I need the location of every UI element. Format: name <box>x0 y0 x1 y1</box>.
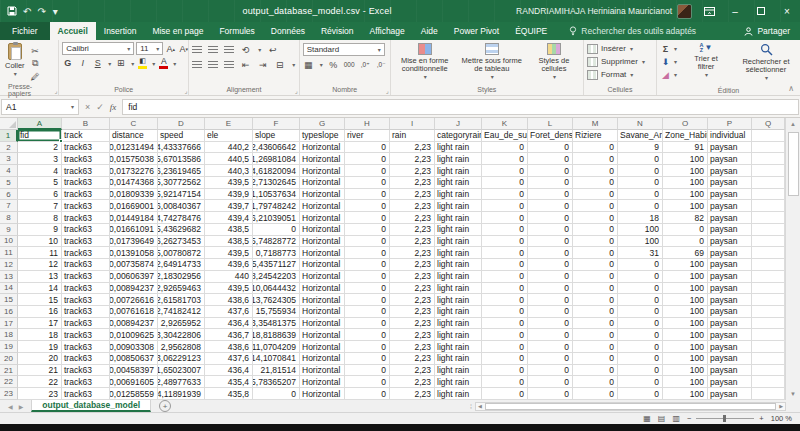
cell-Q10[interactable] <box>752 236 785 248</box>
cell-C4[interactable]: 0,01732276 <box>110 165 158 177</box>
format-as-table-button[interactable]: Mettre sous forme de tableau ▾ <box>459 42 525 82</box>
cell-O8[interactable]: 82 <box>663 212 708 224</box>
splitter-handle[interactable]: ⁞ <box>470 403 473 410</box>
cell-F3[interactable]: 1,26981084 <box>253 153 300 165</box>
cell-B5[interactable]: track63 <box>62 177 110 189</box>
cell-P6[interactable]: paysan <box>708 189 752 201</box>
cell-A21[interactable]: 21 <box>18 365 62 377</box>
cell-K2[interactable]: 0 <box>482 142 528 154</box>
cell-K11[interactable]: 0 <box>482 247 528 259</box>
cell-A6[interactable]: 6 <box>18 189 62 201</box>
cell-K7[interactable]: 0 <box>482 200 528 212</box>
cell-H11[interactable]: 0 <box>345 247 390 259</box>
cell-P20[interactable]: paysan <box>708 353 752 365</box>
cell-C21[interactable]: 0,00458397 <box>110 365 158 377</box>
cell-A3[interactable]: 3 <box>18 153 62 165</box>
cell-A16[interactable]: 16 <box>18 306 62 318</box>
cell-M2[interactable]: 0 <box>573 142 618 154</box>
vertical-scrollbar[interactable]: ▲ ▼ <box>785 118 800 400</box>
cell-I1[interactable]: rain <box>390 130 435 142</box>
zoom-in-icon[interactable]: + <box>759 414 763 423</box>
cell-D23[interactable]: 4,11891939 <box>158 388 205 400</box>
new-sheet-icon[interactable]: + <box>159 400 171 412</box>
cell-H17[interactable]: 0 <box>345 318 390 330</box>
cell-H2[interactable]: 0 <box>345 142 390 154</box>
cell-L11[interactable]: 0 <box>528 247 573 259</box>
cell-Q14[interactable] <box>752 283 785 295</box>
increase-font-icon[interactable]: A▴ <box>165 43 176 54</box>
row-number-1[interactable]: 1 <box>0 130 18 142</box>
align-right-icon[interactable] <box>224 61 234 69</box>
cell-A7[interactable]: 7 <box>18 200 62 212</box>
cell-P11[interactable]: paysan <box>708 247 752 259</box>
ribbon-tab-données[interactable]: Données <box>263 22 313 40</box>
insert-cells-button[interactable]: Insérer▾ <box>587 42 633 55</box>
clear-icon[interactable]: ◢ <box>660 69 671 80</box>
cell-Q7[interactable] <box>752 200 785 212</box>
column-header-M[interactable]: M <box>573 118 618 130</box>
cell-J22[interactable]: light rain <box>435 376 482 388</box>
cell-I21[interactable]: 2,23 <box>390 365 435 377</box>
cell-C12[interactable]: 0,00735874 <box>110 259 158 271</box>
cell-C6[interactable]: 0,01809339 <box>110 189 158 201</box>
cell-C18[interactable]: 0,01009625 <box>110 329 158 341</box>
cell-J10[interactable]: light rain <box>435 236 482 248</box>
fill-handle[interactable] <box>59 139 63 143</box>
cell-H9[interactable]: 0 <box>345 224 390 236</box>
cell-M8[interactable]: 0 <box>573 212 618 224</box>
cell-E15[interactable]: 438,6 <box>205 294 253 306</box>
tell-me-search[interactable]: Rechercher des outils adaptés <box>569 22 696 40</box>
cell-I7[interactable]: 2,23 <box>390 200 435 212</box>
cell-A23[interactable]: 23 <box>18 388 62 400</box>
alignment-dialog-launcher-icon[interactable]: ⌟ <box>295 87 298 94</box>
increase-indent-icon[interactable]: ⇥ <box>257 59 268 70</box>
cell-G2[interactable]: Horizontal <box>300 142 345 154</box>
cell-L1[interactable]: Foret_dense <box>528 130 573 142</box>
fill-icon[interactable]: ⬇ <box>660 56 671 67</box>
cell-M12[interactable]: 0 <box>573 259 618 271</box>
borders-icon[interactable]: ⊞ <box>115 58 126 69</box>
cell-I23[interactable]: 2,23 <box>390 388 435 400</box>
cell-F17[interactable]: 3,35481375 <box>253 318 300 330</box>
cell-F18[interactable]: 18,8188639 <box>253 329 300 341</box>
cell-H23[interactable]: 0 <box>345 388 390 400</box>
cell-L13[interactable]: 0 <box>528 271 573 283</box>
cell-D5[interactable]: 5,30772562 <box>158 177 205 189</box>
cell-O19[interactable]: 100 <box>663 341 708 353</box>
row-number-22[interactable]: 22 <box>0 376 18 388</box>
cell-H16[interactable]: 0 <box>345 306 390 318</box>
cell-N23[interactable]: 0 <box>618 388 663 400</box>
cell-P7[interactable]: paysan <box>708 200 752 212</box>
cell-I22[interactable]: 2,23 <box>390 376 435 388</box>
cell-K15[interactable]: 0 <box>482 294 528 306</box>
cell-D19[interactable]: 2,9562808 <box>158 341 205 353</box>
sort-filter-button[interactable]: AZ▼ Trier et filtrer ▾ <box>683 42 729 80</box>
row-number-10[interactable]: 10 <box>0 236 18 248</box>
cell-O13[interactable]: 100 <box>663 271 708 283</box>
cell-B7[interactable]: track63 <box>62 200 110 212</box>
cell-K19[interactable]: 0 <box>482 341 528 353</box>
cell-B17[interactable]: track63 <box>62 318 110 330</box>
cell-D1[interactable]: speed <box>158 130 205 142</box>
cell-I16[interactable]: 2,23 <box>390 306 435 318</box>
column-header-K[interactable]: K <box>482 118 528 130</box>
cell-A2[interactable]: 2 <box>18 142 62 154</box>
cell-H22[interactable]: 0 <box>345 376 390 388</box>
cell-H20[interactable]: 0 <box>345 353 390 365</box>
font-name-select[interactable]: Calibri▾ <box>62 42 134 55</box>
undo-icon[interactable]: ↶ <box>23 6 31 17</box>
page-layout-view-icon[interactable]: ▤ <box>658 414 666 423</box>
cell-D16[interactable]: 2,74182412 <box>158 306 205 318</box>
cell-A1[interactable]: fid <box>18 130 62 142</box>
cell-A22[interactable]: 22 <box>18 376 62 388</box>
row-number-18[interactable]: 18 <box>0 329 18 341</box>
cell-D14[interactable]: 2,92659463 <box>158 283 205 295</box>
cell-E12[interactable]: 439,6 <box>205 259 253 271</box>
cell-F20[interactable]: 14,1070841 <box>253 353 300 365</box>
insert-function-icon[interactable]: fx <box>110 102 117 112</box>
cell-D20[interactable]: 3,06229123 <box>158 353 205 365</box>
cell-M10[interactable]: 0 <box>573 236 618 248</box>
sheet-nav-right-icon[interactable]: ▶ <box>19 403 24 410</box>
cell-E9[interactable]: 438,5 <box>205 224 253 236</box>
cell-K8[interactable]: 0 <box>482 212 528 224</box>
